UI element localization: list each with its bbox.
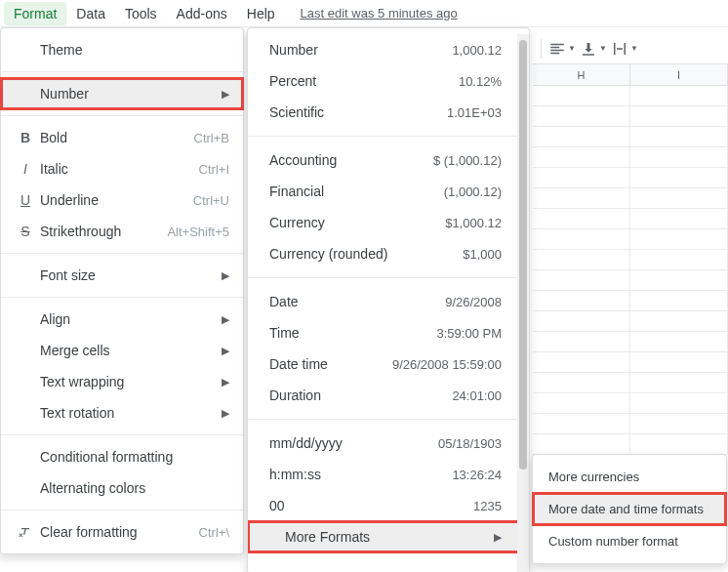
cell[interactable]: [533, 168, 630, 188]
menu-conditional-formatting[interactable]: Conditional formatting: [1, 441, 243, 472]
number-format-date[interactable]: Date 9/26/2008: [248, 286, 519, 317]
cell[interactable]: [630, 373, 728, 393]
menu-italic[interactable]: I Italic Ctrl+I: [1, 153, 243, 184]
cell[interactable]: [630, 291, 728, 311]
cell[interactable]: [630, 209, 728, 229]
menu-text-wrapping[interactable]: Text wrapping ▶: [1, 366, 243, 397]
column-header-h[interactable]: H: [533, 64, 630, 85]
cell[interactable]: [630, 168, 728, 188]
menu-number[interactable]: Number ▶: [1, 78, 243, 109]
menu-help[interactable]: Help: [237, 2, 285, 25]
cell[interactable]: [533, 86, 630, 106]
menu-alternating-colors[interactable]: Alternating colors: [1, 472, 243, 504]
format-menu: Theme Number ▶ B Bold Ctrl+B I Italic Ct…: [0, 27, 244, 554]
column-header-i[interactable]: I: [630, 64, 728, 85]
cell[interactable]: [533, 188, 630, 209]
menu-strikethrough[interactable]: S Strikethrough Alt+Shift+5: [1, 216, 243, 247]
custom-number-format[interactable]: Custom number format: [533, 525, 726, 557]
more-currencies[interactable]: More currencies: [533, 461, 726, 493]
cell[interactable]: [630, 147, 728, 168]
cell[interactable]: [630, 106, 728, 127]
menu-merge-cells[interactable]: Merge cells ▶: [1, 335, 243, 366]
menu-item-label: h:mm:ss: [269, 467, 452, 482]
cell[interactable]: [630, 352, 728, 373]
number-format-datetime[interactable]: Date time 9/26/2008 15:59:00: [248, 348, 519, 380]
cell[interactable]: [533, 229, 630, 250]
bold-icon: B: [15, 130, 36, 145]
cell[interactable]: [533, 373, 630, 393]
cell[interactable]: [533, 393, 630, 414]
menu-underline[interactable]: U Underline Ctrl+U: [1, 184, 243, 216]
chevron-right-icon: ▶: [222, 407, 229, 420]
number-format-time[interactable]: Time 3:59:00 PM: [248, 317, 519, 348]
menu-addons[interactable]: Add-ons: [167, 2, 237, 25]
cell[interactable]: [533, 147, 630, 168]
menu-item-label: Theme: [36, 42, 229, 58]
cell[interactable]: [630, 332, 728, 352]
menu-item-label: Number: [269, 42, 452, 58]
cell[interactable]: [630, 270, 728, 291]
cell[interactable]: [630, 188, 728, 209]
menu-format[interactable]: Format: [4, 2, 66, 25]
menu-separator: [1, 297, 243, 298]
scrollbar-thumb[interactable]: [519, 40, 527, 470]
cell[interactable]: [533, 414, 630, 434]
cell[interactable]: [533, 291, 630, 311]
number-more-formats[interactable]: More Formats ▶: [248, 521, 519, 552]
menu-item-label: Date: [269, 294, 445, 309]
last-edit-link[interactable]: Last edit was 5 minutes ago: [301, 6, 458, 20]
cell[interactable]: [533, 250, 630, 270]
cell[interactable]: [630, 311, 728, 332]
number-format-accounting[interactable]: Accounting $ (1,000.12): [248, 144, 519, 176]
cell[interactable]: [630, 414, 728, 434]
number-format-custom-mdy[interactable]: mm/dd/yyyy 05/18/1903: [248, 428, 519, 459]
cell[interactable]: [533, 127, 630, 147]
number-format-custom-00[interactable]: 00 1235: [248, 490, 519, 521]
menu-bold[interactable]: B Bold Ctrl+B: [1, 122, 243, 153]
menu-item-example: $1,000: [463, 247, 502, 262]
cell[interactable]: [533, 270, 630, 291]
menu-text-rotation[interactable]: Text rotation ▶: [1, 397, 243, 429]
cell[interactable]: [630, 127, 728, 147]
cell[interactable]: [630, 434, 728, 455]
menu-item-example: $ (1,000.12): [433, 153, 502, 168]
number-format-scientific[interactable]: Scientific 1.01E+03: [248, 97, 519, 128]
menu-data[interactable]: Data: [66, 2, 115, 25]
number-format-currency[interactable]: Currency $1,000.12: [248, 207, 519, 238]
vertical-align-button[interactable]: ▼: [579, 36, 608, 61]
cell[interactable]: [630, 229, 728, 250]
toolbar-fragment: ▼ ▼ ▼: [533, 33, 728, 64]
cell[interactable]: [533, 332, 630, 352]
cell[interactable]: [533, 352, 630, 373]
cell[interactable]: [630, 393, 728, 414]
cell[interactable]: [533, 209, 630, 229]
horizontal-align-button[interactable]: ▼: [547, 36, 577, 61]
menu-bar: Format Data Tools Add-ons Help Last edit…: [0, 0, 728, 27]
number-format-percent[interactable]: Percent 10.12%: [248, 65, 519, 97]
menu-item-example: (1,000.12): [444, 184, 502, 199]
chevron-right-icon: ▶: [222, 345, 229, 357]
cell[interactable]: [533, 311, 630, 332]
text-wrap-button[interactable]: ▼: [610, 36, 639, 61]
cell[interactable]: [630, 250, 728, 270]
menu-theme[interactable]: Theme: [1, 34, 243, 65]
menu-tools[interactable]: Tools: [115, 2, 167, 25]
number-format-number[interactable]: Number 1,000.12: [248, 34, 519, 65]
menu-item-label: Bold: [36, 130, 194, 145]
more-date-time-formats[interactable]: More date and time formats: [533, 493, 726, 525]
number-format-duration[interactable]: Duration 24:01:00: [248, 380, 519, 411]
menu-separator: [248, 419, 519, 420]
menu-font-size[interactable]: Font size ▶: [1, 260, 243, 291]
cell[interactable]: [533, 106, 630, 127]
scrollbar[interactable]: [517, 34, 529, 572]
menu-clear-formatting[interactable]: Clear formatting Ctrl+\: [1, 516, 243, 548]
menu-item-shortcut: Ctrl+\: [199, 525, 229, 540]
cell[interactable]: [630, 86, 728, 106]
menu-item-label: Conditional formatting: [36, 449, 229, 465]
number-format-currency-rounded[interactable]: Currency (rounded) $1,000: [248, 238, 519, 269]
number-format-financial[interactable]: Financial (1,000.12): [248, 176, 519, 207]
menu-item-label: Currency (rounded): [269, 246, 463, 262]
number-format-custom-hms[interactable]: h:mm:ss 13:26:24: [248, 459, 519, 490]
cell[interactable]: [533, 434, 630, 455]
menu-align[interactable]: Align ▶: [1, 304, 243, 335]
